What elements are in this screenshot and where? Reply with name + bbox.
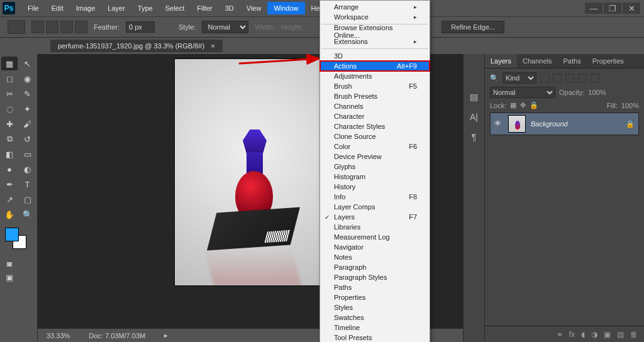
visibility-icon[interactable]: 👁 <box>494 119 503 128</box>
selection-add-icon[interactable] <box>46 21 58 33</box>
group-icon[interactable]: ▣ <box>604 330 611 339</box>
refine-edge-button[interactable]: Refine Edge... <box>441 21 504 33</box>
marquee-tool-icon[interactable]: ◻ <box>1 72 18 86</box>
antialias-icon[interactable] <box>161 21 172 33</box>
current-tool-icon[interactable] <box>8 20 25 34</box>
window-minimize[interactable]: — <box>585 3 602 14</box>
menu-filter[interactable]: Filter <box>191 2 218 14</box>
history-brush-icon[interactable]: ↺ <box>19 132 36 146</box>
menu-item-swatches[interactable]: Swatches <box>320 312 430 323</box>
menu-item-3d[interactable]: 3D <box>320 51 430 61</box>
menu-item-info[interactable]: InfoF8 <box>320 192 430 202</box>
zoom-level[interactable]: 33.33% <box>47 332 70 339</box>
menu-type[interactable]: Type <box>131 2 159 14</box>
gradient-tool-icon[interactable]: ▭ <box>19 147 36 161</box>
filter-shape-icon[interactable] <box>578 74 587 82</box>
menu-image[interactable]: Image <box>70 2 102 14</box>
menu-edit[interactable]: Edit <box>45 2 70 14</box>
menu-item-history[interactable]: History <box>320 182 430 192</box>
layer-kind-select[interactable]: Kind <box>502 72 536 84</box>
menu-item-adjustments[interactable]: Adjustments <box>320 71 430 81</box>
lock-position-icon[interactable]: ✥ <box>520 101 526 109</box>
type-tool-icon[interactable]: T <box>19 177 36 191</box>
artboard-tool-icon[interactable]: ↖ <box>19 57 36 70</box>
menu-item-paths[interactable]: Paths <box>320 282 430 292</box>
menu-select[interactable]: Select <box>159 2 191 14</box>
blend-mode-select[interactable]: Normal <box>490 87 555 98</box>
filter-type-icon[interactable] <box>565 74 574 82</box>
menu-window[interactable]: Window <box>267 2 304 14</box>
layer-thumbnail[interactable] <box>508 115 526 133</box>
menu-item-layers[interactable]: LayersF7 <box>320 212 430 222</box>
magicwand-tool-icon[interactable]: ✦ <box>19 102 36 116</box>
menu-file[interactable]: File <box>21 2 45 14</box>
menu-item-clone-source[interactable]: Clone Source <box>320 131 430 141</box>
menu-item-tool-presets[interactable]: Tool Presets <box>320 333 430 342</box>
close-icon[interactable]: × <box>211 42 214 50</box>
layer-mask-icon[interactable]: ◖ <box>581 330 585 339</box>
menu-item-device-preview[interactable]: Device Preview <box>320 152 430 162</box>
healing-tool-icon[interactable]: ✚ <box>1 117 18 131</box>
tab-properties[interactable]: Properties <box>587 54 630 68</box>
menu-item-extensions[interactable]: Extensions <box>320 36 430 47</box>
fill-value[interactable]: 100% <box>621 102 639 109</box>
lock-all-icon[interactable]: 🔒 <box>530 101 538 109</box>
feather-input[interactable] <box>126 21 155 33</box>
filter-adjust-icon[interactable] <box>553 74 562 82</box>
opacity-value[interactable]: 100% <box>588 89 606 96</box>
pen-tool-icon[interactable]: ✒ <box>1 177 18 191</box>
menu-item-brush[interactable]: BrushF5 <box>320 81 430 91</box>
new-layer-icon[interactable]: ▤ <box>617 330 624 339</box>
lock-pixels-icon[interactable]: ▦ <box>510 101 516 109</box>
style-select[interactable]: Normal <box>202 21 248 33</box>
delete-layer-icon[interactable]: 🗑 <box>630 330 638 339</box>
chevron-right-icon[interactable]: ▸ <box>164 331 168 339</box>
document-canvas[interactable] <box>175 59 326 285</box>
menu-item-histogram[interactable]: Histogram <box>320 172 430 182</box>
quickmask-icon[interactable]: ◙ <box>1 256 18 270</box>
character-panel-icon[interactable]: A| <box>470 112 478 122</box>
quickselect-tool-icon[interactable]: ◌ <box>1 102 18 116</box>
menu-item-arrange[interactable]: Arrange <box>320 2 430 12</box>
blur-tool-icon[interactable]: ● <box>1 162 18 176</box>
link-layers-icon[interactable]: ⚭ <box>557 330 563 339</box>
filter-pixel-icon[interactable] <box>540 74 549 82</box>
brush-tool-icon[interactable]: 🖌 <box>19 117 36 131</box>
layer-fx-icon[interactable]: fx <box>569 330 575 339</box>
lock-icon[interactable]: 🔒 <box>626 120 635 128</box>
shape-tool-icon[interactable]: ▢ <box>19 192 36 206</box>
menu-item-libraries[interactable]: Libraries <box>320 222 430 232</box>
document-tab[interactable]: perfume-1351937_1920.jpg @ 33.3% (RGB/8#… <box>50 40 223 52</box>
selection-subtract-icon[interactable] <box>60 21 73 33</box>
dodge-tool-icon[interactable]: ◐ <box>19 162 36 176</box>
layer-background[interactable]: 👁 Background 🔒 <box>490 113 639 135</box>
window-close[interactable]: ✕ <box>623 3 640 14</box>
menu-item-layer-comps[interactable]: Layer Comps <box>320 202 430 212</box>
foreground-color[interactable] <box>5 228 19 241</box>
menu-item-measurement-log[interactable]: Measurement Log <box>320 232 430 242</box>
menu-item-browse-extensions-online-[interactable]: Browse Extensions Online... <box>320 26 430 36</box>
menu-item-brush-presets[interactable]: Brush Presets <box>320 91 430 101</box>
color-swatches[interactable] <box>1 228 36 253</box>
layer-name-label[interactable]: Background <box>531 120 568 128</box>
filter-smart-icon[interactable] <box>591 74 599 82</box>
hand-tool-icon[interactable]: ✋ <box>1 207 18 221</box>
menu-item-timeline[interactable]: Timeline <box>320 323 430 333</box>
move-tool-icon[interactable]: ▦ <box>1 57 18 70</box>
paragraph-panel-icon[interactable]: ¶ <box>472 132 477 142</box>
menu-item-color[interactable]: ColorF6 <box>320 141 430 152</box>
selection-intersect-icon[interactable] <box>75 21 87 33</box>
tab-paths[interactable]: Paths <box>558 54 587 68</box>
menu-item-paragraph[interactable]: Paragraph <box>320 262 430 272</box>
path-tool-icon[interactable]: ↗ <box>1 192 18 206</box>
menu-item-character[interactable]: Character <box>320 111 430 121</box>
eyedropper-tool-icon[interactable]: ✎ <box>19 87 36 101</box>
selection-new-icon[interactable] <box>31 21 44 33</box>
filter-icon[interactable]: 🔍 <box>490 74 499 82</box>
menu-layer[interactable]: Layer <box>101 2 131 14</box>
menu-item-glyphs[interactable]: Glyphs <box>320 162 430 172</box>
screenmode-icon[interactable]: ▣ <box>1 270 18 284</box>
lasso-tool-icon[interactable]: ◉ <box>19 72 36 86</box>
eraser-tool-icon[interactable]: ◧ <box>1 147 18 161</box>
adjustment-layer-icon[interactable]: ◑ <box>591 330 597 339</box>
